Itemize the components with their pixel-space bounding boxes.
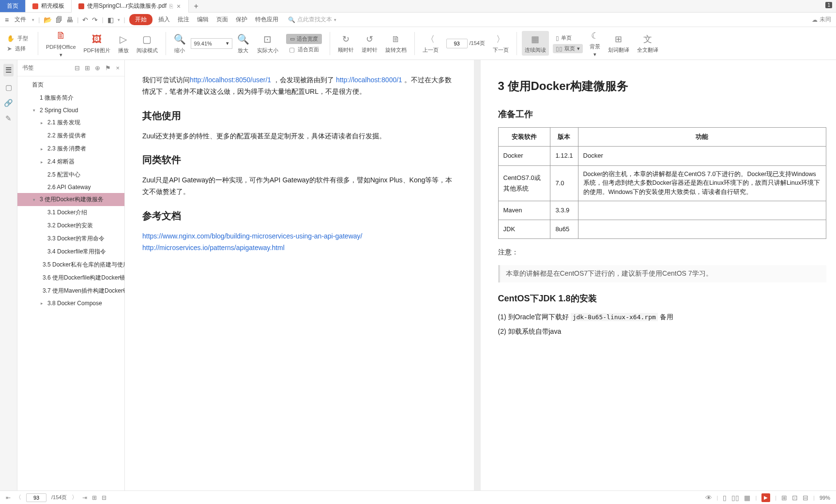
hand-tool[interactable]: ✋手型 bbox=[7, 35, 28, 42]
link[interactable]: http://microservices.io/patterns/apigate… bbox=[142, 244, 285, 252]
background[interactable]: ☾背景▾ bbox=[587, 30, 603, 58]
bookmark-item[interactable]: ▾3 使用Docker构建微服务 bbox=[17, 193, 124, 206]
bookmark-item[interactable]: ▸2.1 服务发现 bbox=[17, 116, 124, 129]
tab-document[interactable]: 使用SpringCl...r实战微服务.pdf ⎘ × bbox=[72, 0, 189, 12]
print-icon[interactable]: 🖶 bbox=[66, 16, 73, 24]
play-slideshow-icon[interactable]: ▶ bbox=[761, 493, 770, 502]
prev-page[interactable]: 〈上一页 bbox=[420, 33, 441, 54]
layout-a-icon[interactable]: ⊞ bbox=[781, 494, 787, 502]
start-button[interactable]: 开始 bbox=[129, 14, 152, 25]
select-tool[interactable]: ➤选择 bbox=[7, 45, 26, 52]
bookmark-item[interactable]: 3.6 使用Dockerfile构建Docker镜像 bbox=[17, 271, 124, 284]
menu-page[interactable]: 页面 bbox=[214, 15, 230, 24]
link[interactable]: https://www.nginx.com/blog/building-micr… bbox=[142, 232, 362, 240]
zoom-combo[interactable]: 99.41%▾ bbox=[191, 38, 232, 49]
fit-width[interactable]: ▭适合宽度 bbox=[286, 34, 322, 44]
zoom-in[interactable]: 🔍放大 bbox=[234, 27, 252, 59]
menu-edit[interactable]: 编辑 bbox=[195, 15, 211, 24]
rotate-ccw[interactable]: ↺逆时针 bbox=[359, 33, 380, 54]
cloud-sync[interactable]: ☁ 未同 bbox=[812, 15, 831, 24]
play-button[interactable]: ▷播放 bbox=[115, 27, 132, 59]
pdf-to-office[interactable]: 🗎PDF转Office▾ bbox=[43, 27, 79, 59]
bookmark-item[interactable]: 3.4 Dockerfile常用指令 bbox=[17, 245, 124, 258]
continuous-read[interactable]: ▦连续阅读 bbox=[522, 31, 549, 56]
add-page-icon[interactable]: ⊞ bbox=[92, 494, 97, 501]
open-icon[interactable]: 📂 bbox=[44, 16, 52, 24]
rotate-doc[interactable]: 🗎旋转文档 bbox=[382, 33, 410, 54]
close-sidebar-icon[interactable]: × bbox=[116, 64, 120, 72]
new-tab-button[interactable]: + bbox=[189, 0, 203, 12]
view-mode-1-icon[interactable]: ▯ bbox=[723, 494, 727, 502]
bookmark-item[interactable]: 3.5 Docker私有仓库的搭建与使用 bbox=[17, 258, 124, 271]
save-icon[interactable]: 🗐 bbox=[56, 16, 62, 24]
add-bookmark-icon[interactable]: ⊕ bbox=[95, 64, 100, 72]
thumbnails-icon[interactable]: ▢ bbox=[5, 83, 12, 92]
collapse-icon[interactable]: ⊟ bbox=[75, 64, 80, 72]
line-translate[interactable]: ⊞划词翻译 bbox=[605, 33, 632, 54]
link[interactable]: http://localhost:8050/user/1 bbox=[190, 76, 271, 84]
undo-icon[interactable]: ↶ bbox=[82, 16, 88, 24]
search-box[interactable]: 🔍 点此查找文本 ▾ bbox=[288, 15, 336, 24]
bookmark-item[interactable]: ▸2.3 服务消费者 bbox=[17, 142, 124, 155]
pdf-to-image[interactable]: 🖼PDF转图片 bbox=[81, 27, 113, 59]
bookmark-item[interactable]: ▸3.8 Docker Compose bbox=[17, 297, 124, 309]
bookmark-flag-icon[interactable]: ⚑ bbox=[105, 64, 111, 72]
zoom-out[interactable]: 🔍缩小 bbox=[171, 27, 189, 59]
last-page-icon[interactable]: ⇥ bbox=[82, 494, 87, 501]
bookmark-item[interactable]: 3.3 Docker的常用命令 bbox=[17, 232, 124, 245]
bookmark-item[interactable]: 2.6 API Gateway bbox=[17, 181, 124, 193]
bookmark-item[interactable]: 3.1 Docker介绍 bbox=[17, 206, 124, 219]
close-icon[interactable]: × bbox=[176, 2, 182, 10]
comments-icon[interactable]: ✎ bbox=[5, 114, 12, 123]
bookmark-item[interactable]: 3.2 Docker的安装 bbox=[17, 219, 124, 232]
eye-icon[interactable]: 👁 bbox=[705, 494, 712, 502]
next-page-icon[interactable]: 〉 bbox=[72, 493, 77, 502]
rotate-cw[interactable]: ↻顺时针 bbox=[335, 33, 357, 54]
tab-template[interactable]: 稻壳模板 bbox=[26, 0, 72, 12]
first-page-icon[interactable]: ⇤ bbox=[6, 494, 11, 501]
next-page[interactable]: 〉下一页 bbox=[490, 33, 512, 54]
bookmark-label: 3.8 Docker Compose bbox=[47, 300, 102, 307]
single-page[interactable]: ▯单页 bbox=[553, 33, 583, 43]
menu-protect[interactable]: 保护 bbox=[234, 15, 249, 24]
paragraph: Zuul只是API Gateway的一种实现，可作为API Gateway的软件… bbox=[142, 175, 456, 198]
layout-b-icon[interactable]: ⊡ bbox=[792, 494, 798, 502]
bookmark-item[interactable]: 1 微服务简介 bbox=[17, 91, 124, 104]
remove-page-icon[interactable]: ⊟ bbox=[102, 494, 106, 501]
expand-icon[interactable]: ⊞ bbox=[85, 64, 90, 72]
full-translate[interactable]: 文全文翻译 bbox=[634, 33, 661, 54]
bookmark-item[interactable]: 3.7 使用Maven插件构建Docker镜像 bbox=[17, 284, 124, 297]
prev-page-icon[interactable]: 〈 bbox=[15, 493, 21, 502]
attachments-icon[interactable]: 🔗 bbox=[4, 99, 13, 107]
tab-pin-icon[interactable]: ⎘ bbox=[169, 3, 173, 10]
menu-insert[interactable]: 插入 bbox=[156, 15, 172, 24]
menu-special[interactable]: 特色应用 bbox=[253, 15, 280, 24]
actual-size[interactable]: ⊡实际大小 bbox=[254, 27, 281, 59]
view-mode-3-icon[interactable]: ▦ bbox=[744, 494, 750, 502]
redo-icon[interactable]: ↷ bbox=[92, 16, 98, 24]
bookmark-sidebar: 书签 ⊟ ⊞ ⊕ ⚑ × 首页1 微服务简介▾2 Spring Cloud▸2.… bbox=[17, 60, 125, 490]
double-page[interactable]: ▯▯双页▾ bbox=[553, 44, 583, 53]
tab-home[interactable]: 首页 bbox=[0, 0, 26, 12]
status-page-input[interactable] bbox=[26, 493, 46, 502]
bookmark-item[interactable]: 2.2 服务提供者 bbox=[17, 129, 124, 142]
page-input[interactable] bbox=[446, 39, 468, 48]
bookmark-item[interactable]: ▸2.4 熔断器 bbox=[17, 155, 124, 168]
hamburger-icon[interactable]: ≡ bbox=[5, 16, 9, 24]
document-viewport[interactable]: 我们可尝试访问http://localhost:8050/user/1 ，会发现… bbox=[125, 60, 836, 490]
status-zoom[interactable]: 99% bbox=[820, 495, 830, 501]
bookmark-item[interactable]: 首页 bbox=[17, 78, 124, 91]
bookmarks-icon[interactable]: ☰ bbox=[3, 64, 14, 76]
link[interactable]: http://localhost:8000/1 bbox=[336, 76, 402, 84]
tab-doc-label: 使用SpringCl...r实战微服务.pdf bbox=[87, 2, 167, 10]
view-mode-2-icon[interactable]: ▯▯ bbox=[731, 494, 739, 502]
misc-icon[interactable]: ◧ bbox=[107, 16, 114, 24]
notification-badge[interactable]: 1 bbox=[825, 2, 832, 8]
menu-annotate[interactable]: 批注 bbox=[176, 15, 191, 24]
read-mode[interactable]: ▢阅读模式 bbox=[134, 27, 161, 59]
bookmark-item[interactable]: ▾2 Spring Cloud bbox=[17, 104, 124, 116]
layout-c-icon[interactable]: ⊟ bbox=[803, 494, 808, 502]
bookmark-item[interactable]: 2.5 配置中心 bbox=[17, 168, 124, 181]
file-menu[interactable]: 文件 bbox=[13, 15, 28, 24]
fit-page[interactable]: ▢适合页面 bbox=[289, 46, 319, 53]
